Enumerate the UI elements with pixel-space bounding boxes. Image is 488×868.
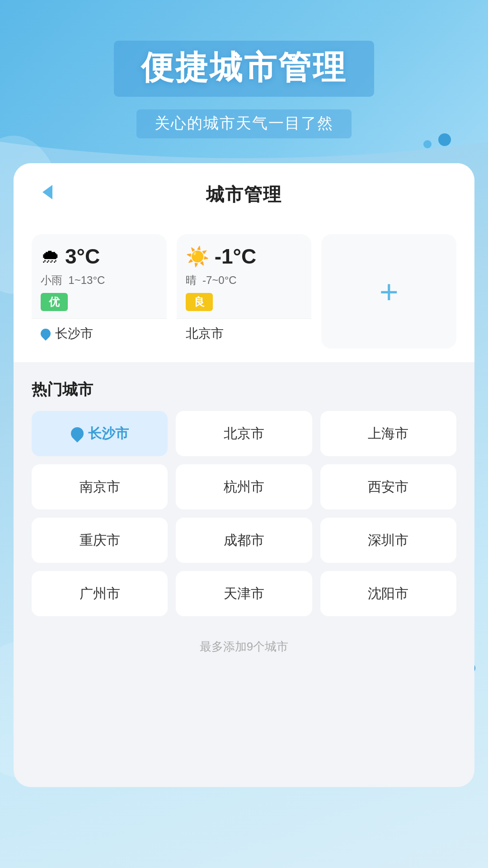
title-bg: 便捷城市管理 — [114, 41, 374, 97]
hot-city-label-beijing: 北京市 — [224, 425, 264, 443]
bg-dot-2 — [423, 140, 432, 148]
hot-cities-grid: 长沙市 北京市 上海市 南京市 杭州市 西安市 重庆市 成都市 — [32, 411, 456, 616]
card-title: 城市管理 — [206, 182, 282, 207]
hot-city-label-shenzhen: 深圳市 — [368, 531, 408, 550]
hot-city-chengdu[interactable]: 成都市 — [176, 518, 312, 563]
quality-badge-changsha: 优 — [41, 293, 68, 311]
hot-city-chongqing[interactable]: 重庆市 — [32, 518, 168, 563]
hot-city-label-tianjin: 天津市 — [224, 585, 264, 603]
hot-city-shenyang[interactable]: 沈阳市 — [320, 571, 456, 616]
hot-city-shenzhen[interactable]: 深圳市 — [320, 518, 456, 563]
hot-city-guangzhou[interactable]: 广州市 — [32, 571, 168, 616]
location-icon-hot-changsha — [68, 425, 86, 443]
weather-icon-beijing: ☀️ — [186, 245, 209, 268]
hot-city-label-shanghai: 上海市 — [368, 425, 408, 443]
city-name-beijing: 北京市 — [186, 325, 224, 342]
city-cards-row: 🌧 3°C 小雨 1~13°C 优 长沙市 ☀️ -1°C 晴 -7~0°C 良 — [14, 221, 474, 362]
page-title: 便捷城市管理 — [141, 46, 347, 90]
quality-badge-beijing: 良 — [186, 293, 213, 311]
hot-city-label-nanjing: 南京市 — [80, 478, 120, 496]
city-name-row-changsha: 长沙市 — [32, 318, 167, 349]
add-icon: + — [380, 275, 399, 308]
add-city-card[interactable]: + — [321, 234, 456, 349]
back-button[interactable] — [36, 181, 59, 203]
desc-changsha: 小雨 1~13°C — [41, 273, 158, 288]
page-header: 便捷城市管理 关心的城市天气一目了然 — [0, 0, 488, 138]
location-icon-changsha — [38, 326, 52, 340]
city-name-changsha: 长沙市 — [55, 325, 93, 342]
city-card-changsha[interactable]: 🌧 3°C 小雨 1~13°C 优 长沙市 — [32, 234, 167, 349]
hot-section-title: 热门城市 — [32, 379, 456, 400]
city-name-row-beijing: 北京市 — [177, 318, 312, 349]
hot-city-label-chengdu: 成都市 — [224, 531, 264, 550]
subtitle-bg: 关心的城市天气一目了然 — [136, 109, 352, 138]
card-header: 城市管理 — [14, 163, 474, 221]
hot-city-beijing[interactable]: 北京市 — [176, 411, 312, 456]
hot-city-tianjin[interactable]: 天津市 — [176, 571, 312, 616]
page-subtitle: 关心的城市天气一目了然 — [155, 113, 333, 134]
hot-city-label-guangzhou: 广州市 — [80, 585, 120, 603]
footer-note: 最多添加9个城市 — [14, 616, 474, 655]
weather-top-changsha: 🌧 3°C 小雨 1~13°C 优 — [32, 234, 167, 318]
hot-city-label-changsha: 长沙市 — [88, 425, 129, 443]
hot-city-xian[interactable]: 西安市 — [320, 464, 456, 509]
hot-city-hangzhou[interactable]: 杭州市 — [176, 464, 312, 509]
hot-city-shanghai[interactable]: 上海市 — [320, 411, 456, 456]
hot-city-label-shenyang: 沈阳市 — [368, 585, 408, 603]
hot-city-label-hangzhou: 杭州市 — [224, 478, 264, 496]
temp-row-beijing: ☀️ -1°C — [186, 244, 303, 269]
temp-row-changsha: 🌧 3°C — [41, 244, 158, 269]
desc-beijing: 晴 -7~0°C — [186, 273, 303, 288]
hot-city-changsha[interactable]: 长沙市 — [32, 411, 168, 456]
temp-beijing: -1°C — [215, 244, 257, 269]
weather-icon-changsha: 🌧 — [41, 245, 60, 267]
weather-top-beijing: ☀️ -1°C 晴 -7~0°C 良 — [177, 234, 312, 318]
temp-changsha: 3°C — [65, 244, 100, 269]
city-card-beijing[interactable]: ☀️ -1°C 晴 -7~0°C 良 北京市 — [177, 234, 312, 349]
hot-city-label-chongqing: 重庆市 — [80, 531, 120, 550]
hot-city-label-xian: 西安市 — [368, 478, 408, 496]
main-card: 城市管理 🌧 3°C 小雨 1~13°C 优 长沙市 ☀️ — [14, 163, 474, 787]
hot-section: 热门城市 长沙市 北京市 上海市 南京市 杭州市 西安市 重庆市 — [14, 362, 474, 616]
hot-city-nanjing[interactable]: 南京市 — [32, 464, 168, 509]
back-icon — [42, 185, 52, 199]
